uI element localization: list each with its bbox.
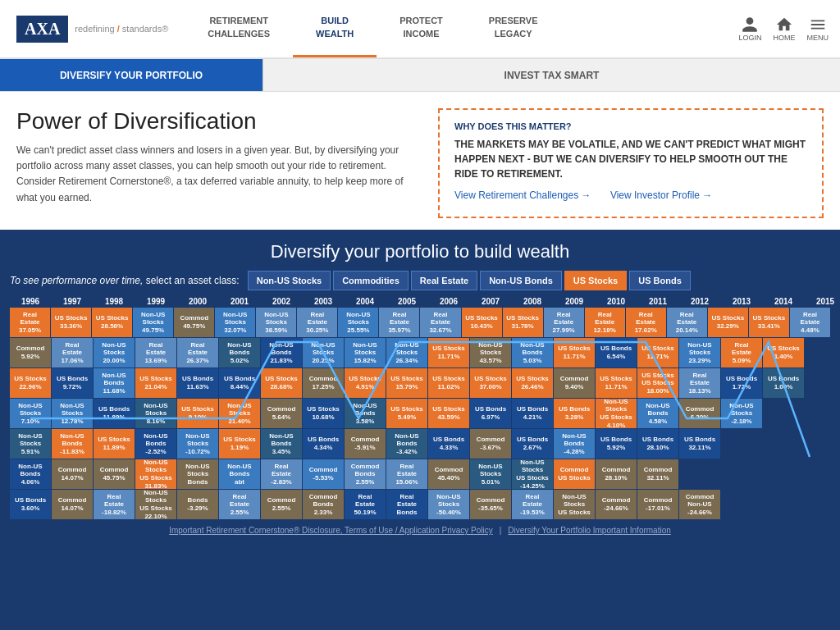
footer-separator: | (500, 526, 502, 535)
btn-non-us-bonds[interactable]: Non-US Bonds (480, 271, 562, 290)
list-item: US Bonds8.44% (219, 368, 260, 398)
list-item: RealEstate30.25% (297, 308, 337, 337)
list-item: Non-USStocks21.40% (219, 399, 260, 428)
list-item: US Stocks1.40% (763, 338, 804, 368)
list-item: US StocksUS Stocks18.00% (637, 368, 678, 398)
list-item: RealEstate50.19% (345, 490, 386, 519)
list-item: Non-USStocks49.75% (133, 308, 173, 337)
list-item: US Stocks11.71% (428, 338, 469, 368)
chart-title: Diversify your portfolio to build wealth (10, 241, 830, 262)
list-item: RealEstate20.14% (667, 308, 707, 337)
list-item: Commod9.40% (554, 368, 595, 398)
nav-item-protect-income[interactable]: PROTECT INCOME (377, 0, 466, 57)
disclosure-link[interactable]: Important Retirement Cornerstone® Disclo… (169, 526, 493, 535)
list-item: US Stocks9.10% (177, 399, 218, 428)
list-item: US Bonds9.72% (52, 368, 93, 398)
list-item: RealEstate18.13% (679, 368, 720, 398)
list-item: US Stocks11.71% (596, 368, 637, 398)
nav-item-preserve-legacy[interactable]: PRESERVE LEGACY (466, 0, 561, 57)
chart-footer: Important Retirement Cornerstone® Disclo… (10, 519, 830, 538)
list-item: US Stocks21.04% (135, 368, 176, 398)
callout-desc: THE MARKETS MAY BE VOLATILE, AND WE CAN'… (454, 137, 807, 181)
list-item: Commod17.25% (303, 368, 344, 398)
table-row: US Stocks22.96% US Bonds9.72% Non-USBond… (10, 368, 830, 398)
list-item: Non-USStocksUS Stocks22.10% (135, 490, 176, 519)
list-item: US Bonds28.10% (637, 429, 678, 459)
tab-invest-tax[interactable]: INVEST TAX SMART (262, 59, 840, 91)
home-button[interactable]: HOME (774, 16, 796, 42)
list-item: US Stocks33.36% (51, 308, 91, 337)
list-item: US Stocks5.49% (386, 399, 427, 428)
investor-profile-link[interactable]: View Investor Profile → (610, 189, 713, 201)
nav-item-retirement[interactable]: RETIREMENT CHALLENGES (185, 0, 293, 57)
callout-links: View Retirement Challenges → View Invest… (454, 189, 807, 201)
list-item: RealEstate4.48% (790, 308, 830, 337)
list-item: Non-USStocksUS Stocks (554, 490, 595, 519)
list-item: Non-USStocksBonds (177, 459, 218, 489)
list-item: Non-USBonds3.58% (345, 399, 386, 428)
list-item: Non-USStocks20.00% (94, 338, 135, 368)
list-item: US Stocks15.79% (386, 368, 427, 398)
list-item: US Bonds6.54% (596, 338, 637, 368)
list-item: RealEstate35.97% (379, 308, 419, 337)
portfolio-info-link[interactable]: Diversify Your Portfolio Important Infor… (508, 526, 670, 535)
list-item: US Bonds3.60% (10, 490, 51, 519)
list-item: CommodNon-US-24.66% (679, 490, 720, 519)
list-item: US Bonds6.97% (470, 399, 511, 428)
list-item: Non-USStocks23.29% (679, 338, 720, 368)
list-item: US Stocks4.91% (345, 368, 386, 398)
year-headers: 1996 1997 1998 1999 2000 2001 2002 2003 … (10, 297, 830, 306)
list-item: Non-USBonds-2.52% (135, 429, 176, 459)
page-title: Power of Diversification (16, 108, 422, 135)
btn-real-estate[interactable]: Real Estate (411, 271, 477, 290)
list-item: Commod32.11% (637, 459, 678, 489)
list-item: US Stocks28.58% (92, 308, 132, 337)
list-item: Non-USStocksUS Stocks-14.25% (512, 459, 553, 489)
list-item: Non-USStocks20.25% (303, 338, 344, 368)
list-item: Commod-24.66% (596, 490, 637, 519)
list-item: RealEstate26.37% (177, 338, 218, 368)
menu-button[interactable]: MENU (807, 16, 829, 42)
logo-area: AXA redefining / standards® (0, 16, 185, 43)
main-nav: RETIREMENT CHALLENGES BUILD WEALTH PROTE… (185, 0, 727, 57)
list-item: US Bonds3.28% (554, 399, 595, 428)
btn-commodities[interactable]: Commodities (333, 271, 409, 290)
asset-buttons: Non-US Stocks Commodities Real Estate No… (248, 271, 691, 290)
list-item: RealEstate2.55% (219, 490, 260, 519)
list-item: Commod14.07% (52, 459, 93, 489)
callout-why: WHY DOES THIS MATTER? (454, 121, 807, 131)
nav-icons: LOGIN HOME MENU (727, 16, 840, 42)
list-item: US Bonds11.63% (177, 368, 218, 398)
tab-diversify[interactable]: DIVERSIFY YOUR PORTFOLIO (0, 59, 262, 91)
list-item: US Stocks43.59% (428, 399, 469, 428)
list-item: US Stocks33.41% (749, 308, 789, 337)
list-item: US Stocks26.46% (512, 368, 553, 398)
list-item: US Stocks10.68% (303, 399, 344, 428)
list-item: Commod5.92% (10, 338, 51, 368)
list-item: Non-USStocks32.07% (215, 308, 255, 337)
list-item: RealEstate17.62% (626, 308, 666, 337)
login-button[interactable]: LOGIN (738, 16, 761, 42)
list-item: Non-USBonds3.45% (261, 429, 302, 459)
btn-non-us-stocks[interactable]: Non-US Stocks (248, 271, 331, 290)
list-item: RealEstate-19.53% (512, 490, 553, 519)
table-row: US Bonds3.60% Commod14.07% RealEstate-18… (10, 490, 830, 519)
list-item: Non-USStocks-2.18% (721, 399, 762, 428)
content-top: Power of Diversification We can't predic… (0, 92, 840, 230)
list-item: RealEstate37.05% (10, 308, 50, 337)
retirement-challenges-link[interactable]: View Retirement Challenges → (454, 189, 591, 201)
nav-item-build-wealth[interactable]: BUILD WEALTH (293, 0, 377, 57)
list-item: Non-USBonds5.03% (512, 338, 553, 368)
list-item: Non-USStocks7.10% (10, 399, 51, 428)
list-item: Non-USBondsabt (219, 459, 260, 489)
table-row: RealEstate37.05% US Stocks33.36% US Stoc… (10, 308, 830, 337)
btn-us-stocks[interactable]: US Stocks (564, 271, 627, 290)
chart-section: Diversify your portfolio to build wealth… (0, 230, 840, 630)
btn-us-bonds[interactable]: US Bonds (629, 271, 691, 290)
list-item: Non-USBonds-4.28% (554, 429, 595, 459)
list-item: RealEstate5.09% (721, 338, 762, 368)
page-body: We can't predict asset class winners and… (16, 143, 422, 206)
list-item: RealEstate12.18% (585, 308, 625, 337)
list-item: US Stocks11.89% (94, 429, 135, 459)
list-item: Commod6.20% (679, 399, 720, 428)
